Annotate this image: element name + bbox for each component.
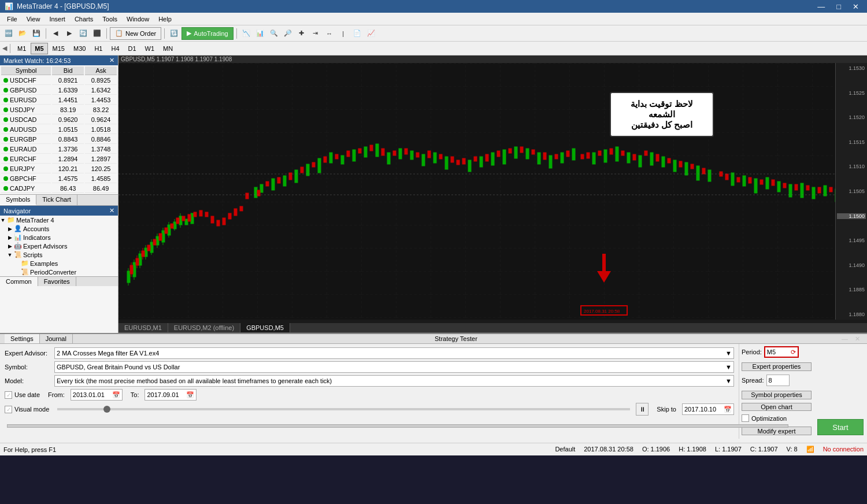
open-chart-button[interactable]: Open chart (742, 403, 812, 412)
symbol-name: GBPCHF (1, 175, 51, 183)
pause-button[interactable]: ⏸ (636, 403, 649, 416)
ea-dropdown[interactable]: 2 MA Crosses Mega filter EA V1.ex4 ▼ (54, 347, 734, 359)
speed-slider[interactable] (57, 408, 630, 410)
svg-rect-22 (353, 150, 355, 161)
new-button[interactable]: 🆕 (2, 27, 15, 40)
market-watch-row[interactable]: USDJPY 83.19 83.22 (1, 106, 117, 114)
nav-tab-favorites[interactable]: Favorites (38, 277, 76, 286)
market-watch-row[interactable]: EURAUD 1.3736 1.3748 (1, 145, 117, 154)
period-m30[interactable]: M30 (69, 43, 90, 54)
market-watch-row[interactable]: GBPUSD 1.6339 1.6342 (1, 86, 117, 95)
menu-charts[interactable]: Charts (70, 14, 98, 24)
menu-insert[interactable]: Insert (45, 14, 70, 24)
menu-help[interactable]: Help (154, 14, 176, 24)
nav-item-expert-advisors[interactable]: ▶ 🤖 Expert Advisors (0, 242, 118, 250)
use-date-checkbox[interactable] (5, 391, 12, 399)
market-watch-row[interactable]: GBPCHF 1.4575 1.4585 (1, 175, 117, 183)
maximize-button[interactable]: □ (833, 2, 844, 11)
svg-rect-88 (312, 162, 315, 167)
model-value: Every tick (the most precise method base… (57, 377, 332, 384)
period-spinner-icon[interactable]: ⟳ (791, 349, 796, 356)
chart-tab-eurusd-m2[interactable]: EURUSD,M2 (offline) (168, 323, 240, 332)
market-watch-row[interactable]: EURCHF 1.2894 1.2897 (1, 155, 117, 164)
symbol-properties-button[interactable]: Symbol properties (742, 391, 812, 399)
market-watch-close-icon[interactable]: ✕ (109, 57, 114, 64)
period-w1[interactable]: W1 (141, 43, 159, 54)
period-mn[interactable]: MN (159, 43, 177, 54)
nav-item-indicators[interactable]: ▶ 📊 Indicators (0, 233, 118, 242)
period-h1[interactable]: H1 (90, 43, 106, 54)
market-watch-row[interactable]: EURGBP 0.8843 0.8846 (1, 135, 117, 144)
nav-item-examples[interactable]: 📁 Examples (0, 259, 118, 268)
modify-expert-button[interactable]: Modify expert (742, 427, 812, 435)
chart-area[interactable]: GBPUSD,M5 1.1907 1.1908 1.1907 1.1908 (118, 55, 867, 333)
period-dropdown-highlight[interactable]: M5 ⟳ (764, 346, 799, 358)
visual-mode-checkbox[interactable] (5, 406, 12, 413)
nav-item-scripts[interactable]: ▼ 📜 Scripts (0, 250, 118, 259)
to-date-input[interactable]: 2017.09.01 📅 (144, 389, 197, 401)
chart-tab-eurusd-m1[interactable]: EURUSD,M1 (118, 323, 168, 332)
refresh-button[interactable]: 🔄 (77, 27, 90, 40)
market-watch-row[interactable]: AUDUSD 1.0515 1.0518 (1, 125, 117, 134)
open-button[interactable]: 📂 (16, 27, 29, 40)
tester-tab-settings[interactable]: Settings (5, 334, 40, 343)
menu-view[interactable]: View (22, 14, 45, 24)
back-button[interactable]: ◀ (49, 27, 62, 40)
tester-close-icon[interactable]: ✕ (853, 335, 862, 343)
save-button[interactable]: 💾 (30, 27, 43, 40)
title-bar-controls: — □ ✕ (814, 2, 862, 11)
tester-minimize-icon[interactable]: — (839, 335, 850, 343)
template-button[interactable]: 📄 (351, 27, 364, 40)
nav-item-metatrader-4[interactable]: ▼ 📁 MetaTrader 4 (0, 216, 118, 224)
chart-tab-gbpusd-m5[interactable]: GBPUSD,M5 (240, 323, 290, 332)
symbol-dropdown[interactable]: GBPUSD, Great Britain Pound vs US Dollar… (54, 361, 734, 373)
menu-tools[interactable]: Tools (98, 14, 122, 24)
market-watch-row[interactable]: USDCAD 0.9620 0.9624 (1, 116, 117, 124)
market-watch-row[interactable]: USDCHF 0.8921 0.8925 (1, 76, 117, 85)
forward-button[interactable]: ▶ (63, 27, 76, 40)
auto-scroll-button[interactable]: ↔ (323, 27, 336, 40)
expert-properties-button[interactable]: Expert properties (742, 362, 812, 371)
market-watch-row[interactable]: EURUSD 1.4451 1.4453 (1, 96, 117, 105)
line-button[interactable]: 📉 (240, 27, 253, 40)
nav-item-accounts[interactable]: ▶ 👤 Accounts (0, 224, 118, 233)
navigator-close-icon[interactable]: ✕ (109, 207, 114, 214)
period-d1[interactable]: D1 (124, 43, 140, 54)
stop-button[interactable]: ⬛ (91, 27, 103, 40)
period-m15[interactable]: M15 (49, 43, 69, 54)
close-button[interactable]: ✕ (849, 2, 862, 11)
nav-item-periodconverter[interactable]: 📜 PeriodConverter (0, 268, 118, 276)
from-date-input[interactable]: 2013.01.01 📅 (71, 389, 123, 401)
market-watch-row[interactable]: CADJPY 86.43 86.49 (1, 184, 117, 193)
chart-shift-button[interactable]: ⇥ (309, 27, 322, 40)
refresh2-button[interactable]: 🔃 (168, 27, 180, 40)
zoom-in-button[interactable]: 🔍 (268, 27, 280, 40)
tab-symbols[interactable]: Symbols (0, 195, 36, 205)
bar-button[interactable]: 📊 (254, 27, 266, 40)
skipto-input[interactable]: 2017.10.10 📅 (682, 403, 734, 415)
new-order-button[interactable]: 📋 New Order (110, 27, 161, 40)
minimize-button[interactable]: — (814, 2, 828, 11)
model-dropdown[interactable]: Every tick (the most precise method base… (54, 375, 734, 387)
chart-canvas[interactable]: 2017.08.31 20:58 لاحظ توقيت بداية الشمعه… (118, 63, 867, 320)
market-watch-row[interactable]: EURJPY 120.21 120.25 (1, 165, 117, 173)
indicators-button[interactable]: 📈 (365, 27, 377, 40)
tester-tab-journal[interactable]: Journal (40, 334, 73, 343)
start-button[interactable]: Start (817, 419, 864, 435)
period-m1[interactable]: M1 (13, 43, 30, 54)
zoom-out-button[interactable]: 🔎 (281, 27, 294, 40)
period-separator-button[interactable]: | (337, 27, 350, 40)
tree-item-icon: 👤 (14, 225, 22, 232)
crosshair-button[interactable]: ✚ (295, 27, 308, 40)
tab-tick-chart[interactable]: Tick Chart (36, 195, 77, 205)
spread-input[interactable]: 8 (766, 375, 790, 386)
nav-tab-common[interactable]: Common (0, 277, 38, 286)
menu-file[interactable]: File (2, 14, 22, 24)
optimization-checkbox[interactable] (742, 414, 749, 422)
slider-thumb[interactable] (103, 406, 110, 413)
symbol-bid: 0.8843 (52, 135, 84, 144)
period-h4[interactable]: H4 (107, 43, 123, 54)
period-m5[interactable]: M5 (31, 43, 47, 54)
menu-window[interactable]: Window (122, 14, 154, 24)
autotrading-button[interactable]: ▶ AutoTrading (181, 27, 234, 40)
